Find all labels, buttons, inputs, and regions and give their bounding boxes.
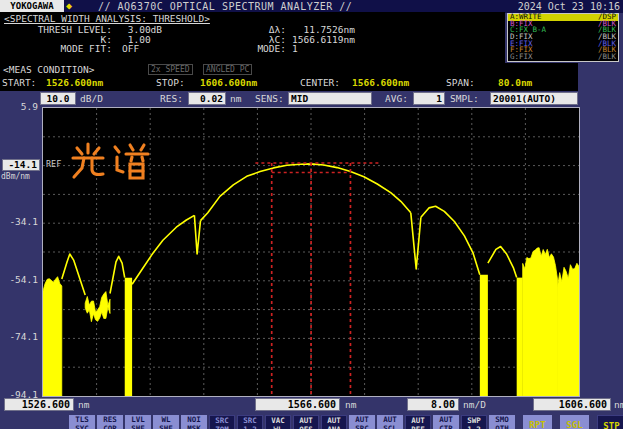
x-stop-field[interactable]: 1606.600 bbox=[533, 398, 611, 411]
smpl-label: SMPL: bbox=[450, 93, 479, 104]
analysis-row: THRESH LEVEL: 3.00dBΔλ: 11.7526nm bbox=[0, 25, 505, 35]
softkey-tls-syc[interactable]: TLSSYC bbox=[69, 415, 95, 429]
softkey-aut-scl[interactable]: AUTSCL bbox=[377, 415, 403, 429]
softkey-rpt[interactable]: RPT bbox=[523, 415, 552, 429]
x-scale-unit: nm/D bbox=[463, 399, 486, 410]
softkey-wl-shf[interactable]: WLSHF bbox=[153, 415, 179, 429]
analysis-panel: <SPECTRAL WIDTH ANALYSIS: THRESHOLD> THR… bbox=[0, 12, 505, 63]
meas-condition-bar: <MEAS CONDITION> 2x SPEEDANGLED PC START… bbox=[0, 63, 578, 91]
softkey-lvl-shf[interactable]: LVLSHF bbox=[125, 415, 151, 429]
x-center-unit: nm bbox=[345, 399, 356, 410]
res-unit: nm bbox=[230, 93, 241, 104]
analysis-results: THRESH LEVEL: 3.00dBΔλ: 11.7526nmK: 1.00… bbox=[0, 25, 505, 54]
softkey-aut-ctr[interactable]: AUTCTR bbox=[433, 415, 459, 429]
sens-label: SENS: bbox=[255, 93, 284, 104]
analysis-c1: THRESH LEVEL: bbox=[2, 25, 112, 35]
x-stop-unit: nm bbox=[614, 399, 623, 410]
trace-name: G:FIX bbox=[510, 54, 533, 61]
level-scale-unit: dB/D bbox=[80, 93, 103, 104]
avg-label: AVG: bbox=[385, 93, 408, 104]
osa-screen: YOKOGAWA ◆ // AQ6370C OPTICAL SPECTRUM A… bbox=[0, 0, 623, 429]
meas-field-label: SPAN: bbox=[446, 77, 475, 88]
ref-level-value[interactable]: -14.1 bbox=[2, 159, 40, 171]
analysis-c4: 1 bbox=[292, 44, 298, 54]
x-center-field[interactable]: 1566.600 bbox=[255, 398, 340, 411]
res-field[interactable]: 0.02 bbox=[188, 92, 226, 105]
x-start-field[interactable]: 1526.600 bbox=[4, 398, 74, 411]
softkey-sgl[interactable]: SGL bbox=[560, 415, 589, 429]
meas-field-value: 80.0nm bbox=[498, 77, 532, 88]
meas-field-label: START: bbox=[2, 77, 36, 88]
y-axis-unit: dBm/nm bbox=[1, 172, 30, 181]
page-title: // AQ6370C OPTICAL SPECTRUM ANALYZER // bbox=[98, 1, 352, 12]
legend-row-G[interactable]: G:FIX/BLK bbox=[508, 54, 618, 61]
softkey-src-1-2[interactable]: SRC1-2 bbox=[237, 415, 263, 429]
meas-flag: ANGLED PC bbox=[203, 64, 252, 75]
yokogawa-logo: YOKOGAWA bbox=[0, 0, 64, 12]
y-axis-tick: -34.1 bbox=[0, 216, 38, 227]
softkey-noi-msk[interactable]: NOIMSK bbox=[181, 415, 207, 429]
x-scale-field[interactable]: 8.00 bbox=[407, 398, 459, 411]
analysis-c4: 1566.6119nm bbox=[292, 35, 355, 45]
x-start-unit: nm bbox=[78, 399, 89, 410]
analysis-c3: MODE: bbox=[236, 44, 286, 54]
softkey-vac-wl[interactable]: VACWL bbox=[265, 415, 291, 429]
meas-field-value: 1606.600nm bbox=[200, 77, 257, 88]
trace-display-mode: /BLK bbox=[598, 54, 616, 61]
analysis-c1: MODE FIT: bbox=[2, 44, 112, 54]
sens-field[interactable]: MID bbox=[288, 92, 372, 105]
trace-legend: A:WRITE/DSPB:FIX/BLKC:FX B-A/BLKD:FIX/BL… bbox=[507, 13, 619, 62]
settings-bar: 10.0 dB/D RES: 0.02 nm SENS: MID AVG: 1 … bbox=[0, 92, 623, 105]
x-axis-bar: 1526.600 nm 1566.600 nm 8.00 nm/D 1606.6… bbox=[0, 398, 623, 412]
meas-field-value: 1526.600nm bbox=[46, 77, 103, 88]
spectrum-annotation bbox=[70, 141, 154, 185]
softkey-aut-ana[interactable]: AUTANA bbox=[321, 415, 347, 429]
meas-flag: 2x SPEED bbox=[148, 64, 193, 75]
softkey-res-cor[interactable]: RESCOR bbox=[97, 415, 123, 429]
meas-field-value: 1566.600nm bbox=[352, 77, 409, 88]
diamond-icon: ◆ bbox=[66, 0, 72, 12]
level-scale-field[interactable]: 10.0 bbox=[40, 92, 76, 105]
res-label: RES: bbox=[160, 93, 183, 104]
y-axis-tick: -74.1 bbox=[0, 331, 38, 342]
ref-level-label: REF bbox=[46, 159, 61, 169]
softkey-row: TLSSYCRESCORLVLSHFWLSHFNOIMSKSRCZOMSRC1-… bbox=[69, 415, 623, 429]
softkey-src-zom[interactable]: SRCZOM bbox=[209, 415, 235, 429]
meas-condition-header: <MEAS CONDITION> bbox=[3, 64, 95, 75]
y-axis-tick: -54.1 bbox=[0, 274, 38, 285]
softkey-swp-1-2[interactable]: SWP1-2 bbox=[461, 415, 487, 429]
smpl-field[interactable]: 20001(AUTO) bbox=[490, 92, 578, 105]
analysis-row: MODE FIT:OFFMODE:1 bbox=[0, 44, 505, 54]
softkey-aut-src[interactable]: AUTSRC bbox=[349, 415, 375, 429]
softkey-aut-ref[interactable]: AUTREF bbox=[405, 415, 431, 429]
y-axis-tick: 5.9 bbox=[0, 101, 38, 112]
analysis-c2: OFF bbox=[122, 44, 139, 54]
analysis-header: <SPECTRAL WIDTH ANALYSIS: THRESHOLD> bbox=[4, 13, 210, 24]
softkey-smo-oth[interactable]: SMOOTH bbox=[489, 415, 515, 429]
meas-field-label: STOP: bbox=[156, 77, 185, 88]
softkey-aut-ofs[interactable]: AUTOFS bbox=[293, 415, 319, 429]
softkey-stp[interactable]: STP bbox=[597, 415, 623, 429]
meas-field-label: CENTER: bbox=[300, 77, 340, 88]
avg-field[interactable]: 1 bbox=[413, 92, 445, 105]
clock: 2024 Oct 23 10:16 bbox=[518, 1, 620, 12]
